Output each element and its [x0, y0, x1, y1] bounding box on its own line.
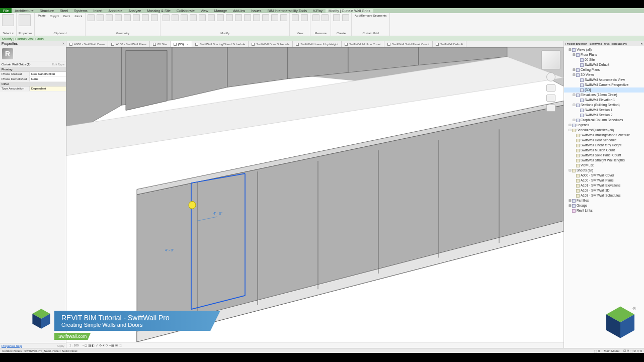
document-tab[interactable]: A100 - SwiftWall Plans [108, 41, 149, 47]
ribbon-button[interactable] [271, 14, 278, 21]
tree-node[interactable]: ⊟Elevations (12mm Circle) [564, 93, 644, 98]
tree-node[interactable]: ⊞Groups [564, 203, 644, 208]
project-tree[interactable]: ⊟Views (all)⊟Floor Plans00 SiteSwiftWall… [564, 46, 644, 348]
ribbon-button[interactable] [226, 14, 233, 21]
tree-toggle-icon[interactable]: ⊟ [572, 72, 576, 77]
scale-label[interactable]: 1 : 100 [69, 344, 78, 347]
nav-orbit-icon[interactable] [546, 105, 555, 112]
ribbon-button[interactable] [88, 14, 95, 21]
status-icons[interactable]: ☑ ⚲ ⬚ ⊘ ▽ 0 [623, 349, 642, 352]
ribbon-button[interactable] [301, 14, 308, 21]
document-tab[interactable]: A000 - SwiftWall Cover [66, 41, 108, 47]
menu-tab[interactable]: Issues [248, 9, 264, 13]
tree-node[interactable]: SwiftWall Camera Perspective [564, 82, 644, 87]
tree-toggle-icon[interactable]: ⊟ [572, 52, 576, 57]
ribbon-button[interactable] [172, 14, 179, 21]
nav-wheel-icon[interactable] [546, 72, 555, 81]
tree-toggle-icon[interactable]: ⊟ [572, 93, 576, 98]
ribbon-item[interactable]: Join ▾ [73, 14, 83, 18]
menu-tab[interactable]: Steel [57, 9, 71, 13]
menu-tab[interactable]: Manage [211, 9, 230, 13]
ribbon-button[interactable] [142, 14, 149, 21]
apply-button[interactable]: Apply [57, 344, 64, 347]
tree-node[interactable]: SwiftWall Default [564, 62, 644, 67]
ribbon-button[interactable] [235, 14, 242, 21]
tree-node[interactable]: Revit Links [564, 208, 644, 213]
menu-tab[interactable]: Analyze [125, 9, 144, 13]
3d-viewport[interactable]: 4' - 0" 4' - 0" [66, 47, 564, 342]
tree-node[interactable]: SwiftWall Section 1 [564, 108, 644, 113]
ribbon-item[interactable]: Cut ▾ [62, 14, 71, 18]
tree-node[interactable]: ⊟Floor Plans [564, 52, 644, 57]
prop-value[interactable]: None [29, 77, 66, 81]
ribbon-button[interactable] [280, 14, 287, 21]
tree-toggle-icon[interactable]: ⊞ [572, 67, 576, 72]
tree-node[interactable]: ⊞Legends [564, 123, 644, 128]
tree-node[interactable]: ⊞Graphical Column Schedules [564, 118, 644, 123]
ribbon-button[interactable] [124, 14, 131, 21]
menu-tab[interactable]: BIM Interoperability Tools [265, 9, 310, 13]
type-selector[interactable]: Curtain Wall Grids (1) [2, 63, 30, 66]
tree-node[interactable]: ⊟Views (all) [564, 47, 644, 52]
viewbar-icons[interactable]: ▫ ◻ ◨ ◧ ⤢ ⚙ ☀ ⟳ ⌖ ▦ ⊞ ⬚ [83, 343, 121, 347]
menu-tab[interactable]: V-Ray [310, 9, 326, 13]
tree-toggle-icon[interactable]: ⊟ [568, 168, 572, 173]
document-tab[interactable]: SwiftWall Bracing/Stand Schedule [192, 41, 249, 47]
ribbon-item[interactable]: Add/Remove Segments [354, 14, 387, 17]
ribbon-button[interactable] [106, 14, 113, 21]
document-tab[interactable]: SwiftWall Default [433, 41, 466, 47]
ribbon-button[interactable] [333, 14, 340, 21]
tree-node[interactable]: ⊟3D Views [564, 72, 644, 77]
ribbon-button[interactable] [262, 14, 269, 21]
document-tab[interactable]: SwiftWall Linear ft by Height [293, 41, 342, 47]
tree-node[interactable]: A102 - SwiftWall 3D [564, 188, 644, 193]
ribbon-button[interactable] [163, 14, 170, 21]
menu-tab[interactable]: Annotate [105, 9, 125, 13]
ribbon-button[interactable] [190, 14, 197, 21]
tree-node[interactable]: SwiftWall Axonometric View [564, 77, 644, 82]
ribbon-button[interactable] [97, 14, 104, 21]
ribbon-button[interactable] [217, 14, 224, 21]
tree-toggle-icon[interactable]: ⊞ [568, 198, 572, 203]
tree-node[interactable]: SwiftWall Solid Panel Count [564, 153, 644, 158]
menu-tab[interactable]: Modify | Curtain Wall Grids [326, 9, 373, 13]
tree-node[interactable]: SwiftWall Elevation 1 [564, 98, 644, 103]
close-icon[interactable]: × [185, 43, 189, 46]
tree-node[interactable]: SwiftWall Straight Wall lengths [564, 158, 644, 163]
ribbon-button[interactable] [244, 14, 251, 21]
menu-tab[interactable]: Systems [71, 9, 91, 13]
tree-node[interactable]: {3D} [564, 87, 644, 93]
workset-icon[interactable]: ⬚ 0 [594, 349, 600, 352]
menu-tab[interactable]: Massing & Site [144, 9, 174, 13]
ribbon-item[interactable]: Copy ▾ [49, 14, 60, 18]
document-tab[interactable]: SwiftWall Mullion Count [342, 41, 384, 47]
ribbon-button[interactable] [342, 14, 349, 21]
tree-node[interactable]: A000 - SwiftWall Cover [564, 173, 644, 178]
prop-value[interactable]: New Construction [29, 72, 66, 76]
tree-toggle-icon[interactable]: ⊞ [572, 118, 576, 123]
ribbon-button[interactable] [133, 14, 140, 21]
nav-zoom-icon[interactable] [546, 95, 555, 102]
tree-node[interactable]: 00 Site [564, 57, 644, 62]
nav-pan-icon[interactable] [546, 84, 555, 92]
ribbon-button[interactable] [199, 14, 206, 21]
tree-node[interactable]: ⊟Sheets (all) [564, 168, 644, 173]
document-tab[interactable]: {3D}× [171, 41, 192, 47]
tree-toggle-icon[interactable]: ⊟ [568, 128, 572, 133]
main-model-dropdown[interactable]: Main Model [604, 349, 619, 352]
close-icon[interactable]: × [640, 42, 642, 45]
tree-toggle-icon[interactable]: ⊞ [568, 123, 572, 128]
tree-node[interactable]: A103 - SwiftWall Schedules [564, 193, 644, 198]
tree-toggle-icon[interactable]: ⊞ [568, 203, 572, 208]
menu-tab[interactable]: View [198, 9, 211, 13]
tree-toggle-icon[interactable]: ⊟ [568, 47, 572, 52]
view-cube[interactable] [541, 50, 560, 69]
tree-node[interactable]: View List [564, 163, 644, 168]
tree-node[interactable]: SwiftWall Bracing/Stand Schedule [564, 133, 644, 138]
properties-help-link[interactable]: Properties help [2, 344, 22, 347]
tree-node[interactable]: SwiftWall Linear ft by Height [564, 143, 644, 148]
ribbon-button[interactable] [321, 14, 329, 21]
ribbon-button[interactable] [19, 14, 31, 26]
tree-node[interactable]: A100 - SwiftWall Plans [564, 178, 644, 183]
ribbon-button[interactable] [151, 14, 158, 21]
